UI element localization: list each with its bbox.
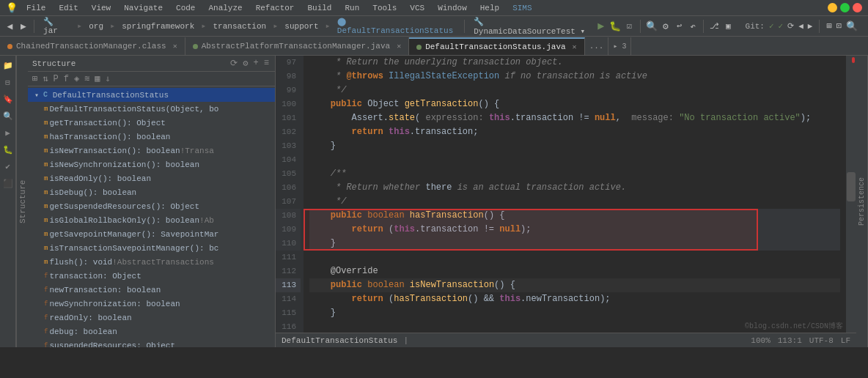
branch-icon[interactable]: ⎇ bbox=[709, 21, 720, 32]
st-icon-4[interactable]: f bbox=[62, 74, 70, 84]
tree-node-flush[interactable]: m flush(): void !AbstractTransactions bbox=[28, 255, 275, 269]
terminal-icon[interactable]: ⬛ bbox=[1, 177, 15, 190]
debug-side-icon[interactable]: 🐛 bbox=[1, 143, 15, 156]
status-encoding[interactable]: UTF-8 bbox=[809, 336, 834, 345]
breadcrumb-jar[interactable]: 🔧 jar bbox=[40, 15, 74, 37]
scroll-thumb[interactable] bbox=[847, 172, 856, 201]
breadcrumb-class[interactable]: ⬤ DefaultTransactionStatus bbox=[334, 15, 460, 37]
status-line-info[interactable]: 113:1 bbox=[778, 336, 802, 345]
struct-icon-4[interactable]: ≡ bbox=[262, 58, 271, 69]
breadcrumb-org[interactable]: org bbox=[85, 21, 107, 32]
tree-node-gettransaction[interactable]: m getTransaction(): Object bbox=[28, 116, 275, 130]
coverage-icon[interactable]: ☑ bbox=[624, 21, 635, 32]
method-isnewsync: isNewSynchronization(): boolean bbox=[49, 160, 199, 169]
tree-node-isreadonly[interactable]: m isReadOnly(): boolean bbox=[28, 171, 275, 185]
st-icon-1[interactable]: ⊞ bbox=[31, 73, 39, 84]
tree-node-isnewsync[interactable]: m isNewSynchronization(): boolean bbox=[28, 158, 275, 171]
tree-node-getsavepointmanager[interactable]: m getSavepointManager(): SavepointMar bbox=[28, 227, 275, 241]
struct-icon-3[interactable]: + bbox=[252, 58, 260, 69]
window-icon[interactable]: ▣ bbox=[723, 21, 734, 32]
structure-side-icon[interactable]: ⊟ bbox=[1, 75, 15, 89]
debug-icon[interactable]: 🐛 bbox=[609, 21, 621, 32]
menu-code[interactable]: Code bbox=[172, 3, 199, 13]
tab-chained[interactable]: ChainedTransactionManager.class ✕ bbox=[0, 37, 185, 55]
menu-window[interactable]: Window bbox=[433, 3, 471, 13]
menu-sims[interactable]: SIMS bbox=[508, 3, 536, 13]
breadcrumb-springframework[interactable]: springframework bbox=[118, 21, 198, 32]
breadcrumb-support[interactable]: support bbox=[281, 21, 322, 32]
tree-node-field-debug[interactable]: f debug: boolean bbox=[28, 325, 275, 338]
tree-node-field-transaction[interactable]: f transaction: Object bbox=[28, 269, 275, 283]
menu-help[interactable]: Help bbox=[476, 3, 504, 13]
close-button[interactable] bbox=[853, 3, 862, 12]
tree-node-hastransaction[interactable]: m hasTransaction(): boolean bbox=[28, 130, 275, 144]
tree-node-isnewtransaction[interactable]: m isNewTransaction(): boolean !Transa bbox=[28, 144, 275, 158]
tree-node-istransactionsavepoint[interactable]: m isTransactionSavepointManager(): bc bbox=[28, 241, 275, 255]
menu-tools[interactable]: Tools bbox=[368, 3, 401, 13]
forward-icon[interactable]: ▶ bbox=[18, 21, 29, 32]
menu-refactor[interactable]: Refactor bbox=[251, 3, 299, 13]
tab-default-status[interactable]: DefaultTransactionStatus.java ✕ bbox=[409, 37, 584, 55]
tab-more[interactable]: ... bbox=[585, 37, 609, 55]
git-extra2[interactable]: ⊡ bbox=[836, 21, 842, 32]
git-nav1[interactable]: ◀ bbox=[798, 21, 803, 31]
menu-navigate[interactable]: Navigate bbox=[119, 3, 167, 13]
struct-icon-2[interactable]: ⚙ bbox=[241, 58, 249, 69]
run-icon[interactable]: ▶ bbox=[596, 21, 607, 32]
maximize-button[interactable] bbox=[840, 3, 850, 12]
persistence-label[interactable]: Persistence bbox=[856, 56, 868, 347]
code-scroll[interactable]: 97 98 99 100 101 102 103 104 105 106 107… bbox=[276, 56, 856, 347]
st-icon-6[interactable]: ≋ bbox=[83, 73, 91, 84]
tree-node-isglobalrollback[interactable]: m isGlobalRollbackOnly(): boolean !Ab bbox=[28, 213, 275, 227]
project-icon[interactable]: 📁 bbox=[1, 59, 15, 72]
run-side-icon[interactable]: ▶ bbox=[1, 126, 15, 139]
menu-edit[interactable]: Edit bbox=[54, 3, 82, 13]
run-config[interactable]: 🔧 DynamicDataSourceTest ▾ bbox=[470, 15, 592, 37]
git-nav2[interactable]: ▶ bbox=[808, 21, 813, 31]
tab-close-default[interactable]: ✕ bbox=[573, 42, 577, 51]
back-icon[interactable]: ◀ bbox=[4, 21, 15, 32]
minimize-button[interactable] bbox=[828, 3, 837, 12]
st-icon-5[interactable]: ◈ bbox=[73, 73, 81, 84]
menu-build[interactable]: Build bbox=[303, 3, 336, 13]
code-content[interactable]: * Return the underlying transaction obje… bbox=[304, 56, 846, 347]
structure-label[interactable]: Structure bbox=[16, 56, 28, 347]
tab-abstract[interactable]: AbstractPlatformTransactionManager.java … bbox=[185, 37, 409, 55]
settings-icon[interactable]: ⚙ bbox=[661, 21, 672, 32]
st-icon-2[interactable]: ⇅ bbox=[41, 73, 49, 84]
tree-node-field-readonly[interactable]: f readOnly: boolean bbox=[28, 311, 275, 325]
breadcrumb-transaction[interactable]: transaction bbox=[210, 21, 271, 32]
tree-node-field-newtransaction[interactable]: f newTransaction: boolean bbox=[28, 283, 275, 297]
tab-close-abstract[interactable]: ✕ bbox=[397, 42, 401, 51]
git-sync[interactable]: ⟳ bbox=[787, 21, 794, 31]
vertical-scrollbar[interactable] bbox=[846, 56, 856, 347]
status-linesep[interactable]: LF bbox=[841, 336, 850, 345]
undo-icon[interactable]: ↶ bbox=[688, 21, 699, 32]
tree-node-field-newsync[interactable]: f newSynchronization: boolean bbox=[28, 297, 275, 311]
st-icon-7[interactable]: ▦ bbox=[93, 73, 101, 84]
tree-node-class[interactable]: ▾ C DefaultTransactionStatus bbox=[28, 88, 275, 102]
field-newtransaction: newTransaction: boolean bbox=[49, 286, 161, 294]
tab-count[interactable]: ▸ 3 bbox=[608, 37, 631, 55]
tree-node-isdebug[interactable]: m isDebug(): boolean bbox=[28, 185, 275, 199]
st-icon-8[interactable]: ⇓ bbox=[104, 73, 112, 84]
tree-node-getsuspended[interactable]: m getSuspendedResources(): Object bbox=[28, 199, 275, 213]
todo-icon[interactable]: ✔ bbox=[1, 160, 15, 173]
menu-view[interactable]: View bbox=[87, 3, 115, 13]
menu-file[interactable]: File bbox=[22, 3, 50, 13]
tab-close-chained[interactable]: ✕ bbox=[173, 42, 177, 51]
st-icon-3[interactable]: P bbox=[51, 74, 59, 84]
struct-icon-1[interactable]: ⟳ bbox=[229, 58, 239, 69]
search-icon[interactable]: 🔍 bbox=[646, 21, 658, 32]
git-search[interactable]: 🔍 bbox=[846, 21, 858, 32]
git-extra1[interactable]: ⊞ bbox=[826, 21, 831, 32]
tree-node-constructor[interactable]: m DefaultTransactionStatus(Object, bo bbox=[28, 102, 275, 116]
menu-vcs[interactable]: VCS bbox=[405, 3, 429, 13]
menu-analyze[interactable]: Analyze bbox=[204, 3, 246, 13]
tree-node-field-suspended[interactable]: f suspendedResources: Object bbox=[28, 338, 275, 347]
vcs-icon[interactable]: ↩ bbox=[674, 21, 685, 32]
find-icon[interactable]: 🔍 bbox=[1, 109, 15, 122]
menu-run[interactable]: Run bbox=[340, 3, 364, 13]
bookmarks-icon[interactable]: 🔖 bbox=[1, 92, 15, 105]
status-left: DefaultTransactionStatus | bbox=[282, 336, 408, 345]
